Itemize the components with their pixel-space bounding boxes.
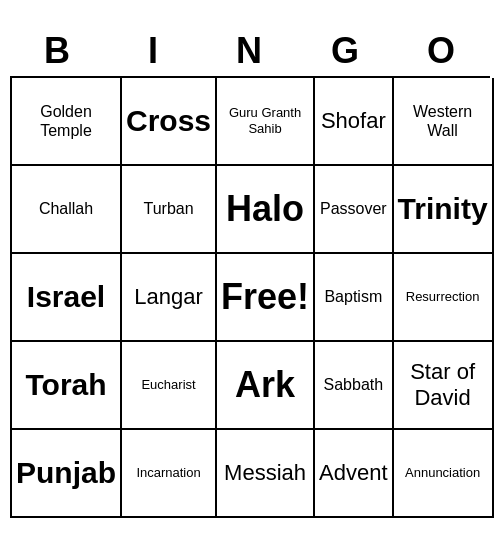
cell-r0-c2: Guru Granth Sahib (217, 78, 315, 166)
cell-text-r4-c2: Messiah (224, 460, 306, 486)
cell-text-r4-c1: Incarnation (136, 465, 200, 481)
cell-r3-c2: Ark (217, 342, 315, 430)
cell-text-r0-c4: Western Wall (398, 102, 488, 140)
cell-text-r4-c0: Punjab (16, 455, 116, 491)
cell-r1-c4: Trinity (394, 166, 494, 254)
cell-r2-c2: Free! (217, 254, 315, 342)
cell-text-r2-c2: Free! (221, 275, 309, 318)
cell-text-r1-c3: Passover (320, 199, 387, 218)
cell-r4-c1: Incarnation (122, 430, 217, 518)
cell-r2-c0: Israel (12, 254, 122, 342)
cell-text-r4-c3: Advent (319, 460, 388, 486)
cell-r1-c3: Passover (315, 166, 394, 254)
header-letter-g: G (298, 26, 394, 76)
header-letter-b: B (10, 26, 106, 76)
cell-r0-c4: Western Wall (394, 78, 494, 166)
cell-text-r3-c4: Star of David (398, 359, 488, 412)
cell-text-r3-c3: Sabbath (324, 375, 384, 394)
cell-r3-c1: Eucharist (122, 342, 217, 430)
cell-r4-c3: Advent (315, 430, 394, 518)
cell-r0-c0: Golden Temple (12, 78, 122, 166)
cell-text-r0-c3: Shofar (321, 108, 386, 134)
cell-text-r3-c0: Torah (25, 367, 106, 403)
cell-text-r2-c4: Resurrection (406, 289, 480, 305)
cell-text-r1-c1: Turban (143, 199, 193, 218)
cell-text-r0-c0: Golden Temple (16, 102, 116, 140)
cell-r2-c3: Baptism (315, 254, 394, 342)
cell-text-r2-c0: Israel (27, 279, 105, 315)
cell-text-r0-c1: Cross (126, 103, 211, 139)
bingo-card: BINGO Golden TempleCrossGuru Granth Sahi… (10, 26, 490, 518)
cell-r0-c3: Shofar (315, 78, 394, 166)
cell-text-r1-c4: Trinity (398, 191, 488, 227)
cell-r4-c0: Punjab (12, 430, 122, 518)
header-letter-n: N (202, 26, 298, 76)
cell-r4-c2: Messiah (217, 430, 315, 518)
header-letter-i: I (106, 26, 202, 76)
cell-text-r2-c3: Baptism (324, 287, 382, 306)
cell-r3-c0: Torah (12, 342, 122, 430)
cell-r1-c2: Halo (217, 166, 315, 254)
cell-r3-c3: Sabbath (315, 342, 394, 430)
cell-r4-c4: Annunciation (394, 430, 494, 518)
cell-r1-c1: Turban (122, 166, 217, 254)
cell-text-r3-c2: Ark (235, 363, 295, 406)
cell-r0-c1: Cross (122, 78, 217, 166)
bingo-grid: Golden TempleCrossGuru Granth SahibShofa… (10, 76, 490, 518)
cell-text-r0-c2: Guru Granth Sahib (221, 105, 309, 136)
cell-text-r2-c1: Langar (134, 284, 203, 310)
header-letter-o: O (394, 26, 490, 76)
cell-r2-c1: Langar (122, 254, 217, 342)
cell-text-r3-c1: Eucharist (141, 377, 195, 393)
bingo-header: BINGO (10, 26, 490, 76)
cell-text-r4-c4: Annunciation (405, 465, 480, 481)
cell-r2-c4: Resurrection (394, 254, 494, 342)
cell-text-r1-c0: Challah (39, 199, 93, 218)
cell-r3-c4: Star of David (394, 342, 494, 430)
cell-r1-c0: Challah (12, 166, 122, 254)
cell-text-r1-c2: Halo (226, 187, 304, 230)
